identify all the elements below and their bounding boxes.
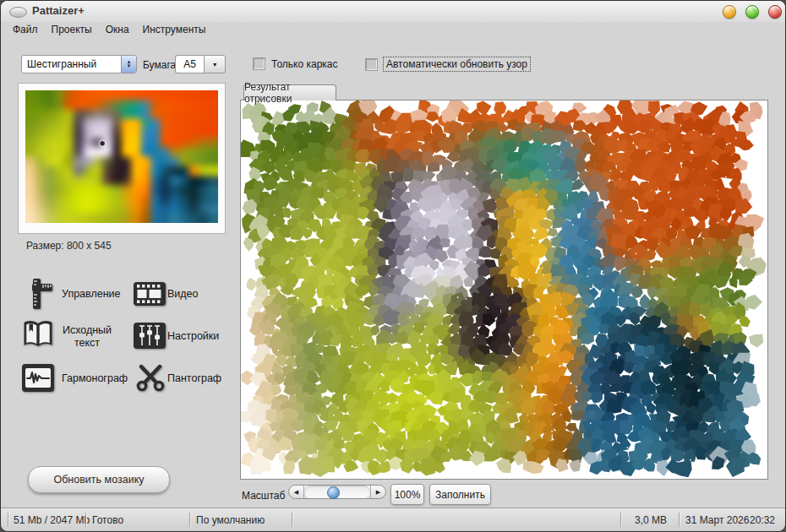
status-memory: 51 Mb / 2047 Mb xyxy=(14,514,90,526)
window-title: Pattaizer+ xyxy=(32,4,85,17)
film-icon xyxy=(134,282,166,306)
sliders-icon xyxy=(134,323,166,349)
tool-control-label[interactable]: Управление xyxy=(62,288,121,300)
tool-pantograph-label[interactable]: Пантограф xyxy=(167,372,221,384)
update-mosaic-button[interactable]: Обновить мозаику xyxy=(28,466,170,493)
menu-item-tools[interactable]: Инструменты xyxy=(136,22,213,38)
autoupdate-checkbox-label[interactable]: Автоматически обновить узор xyxy=(384,57,530,71)
source-size-label: Размер: 800 x 545 xyxy=(26,240,112,252)
autoupdate-checkbox-row: Автоматически обновить узор xyxy=(365,57,530,71)
zoom-100-button[interactable]: 100% xyxy=(390,484,424,505)
paper-label: Бумага xyxy=(143,59,176,71)
slider-thumb[interactable] xyxy=(327,486,340,499)
scale-slider[interactable]: ◀ ▶ xyxy=(288,485,386,499)
chevron-down-icon: ▼ xyxy=(212,62,218,68)
tool-settings-label[interactable]: Настройки xyxy=(167,330,219,342)
maximize-button[interactable] xyxy=(745,5,759,19)
paper-select-value: A5 xyxy=(175,55,204,73)
autoupdate-checkbox[interactable] xyxy=(365,58,378,71)
ruler-icon xyxy=(21,278,53,310)
status-file-size: 3,0 MB xyxy=(635,514,667,526)
status-time: 20:32 xyxy=(750,514,775,526)
paper-select[interactable]: A5 ▼ xyxy=(175,55,226,73)
menubar: Файл Проекты Окна Инструменты xyxy=(6,22,212,38)
paper-dropdown-button[interactable]: ▼ xyxy=(204,55,226,73)
app-window: Pattaizer+ Файл Проекты Окна Инструменты… xyxy=(0,0,786,532)
tab-result[interactable]: Результат отрисовки xyxy=(243,84,336,100)
mosaic-canvas xyxy=(241,100,767,479)
slider-left-arrow[interactable]: ◀ xyxy=(289,486,304,498)
wireframe-checkbox[interactable] xyxy=(253,57,265,70)
stepper-down-icon: ▼ xyxy=(127,64,132,68)
pattern-select[interactable]: Шестигранный ▲ ▼ xyxy=(21,55,137,73)
menu-item-file[interactable]: Файл xyxy=(6,22,45,38)
pattern-select-value: Шестигранный xyxy=(22,58,121,70)
waveform-icon xyxy=(22,364,54,392)
menu-item-projects[interactable]: Проекты xyxy=(45,22,99,38)
tool-harmonograph-label[interactable]: Гармонограф xyxy=(62,372,128,384)
source-image xyxy=(25,90,218,223)
window-controls xyxy=(723,5,782,19)
slider-track[interactable] xyxy=(304,486,370,498)
titlebar: Pattaizer+ xyxy=(1,1,785,22)
tool-harmonograph-button[interactable] xyxy=(22,364,54,395)
app-logo-icon xyxy=(9,7,27,18)
wireframe-checkbox-row: Только каркас xyxy=(253,57,338,70)
tool-source-text-button[interactable] xyxy=(22,319,54,353)
status-profile: По умолчанию xyxy=(196,514,265,526)
stepper-buttons[interactable]: ▲ ▼ xyxy=(121,56,136,73)
fill-button[interactable]: Заполнить xyxy=(429,484,491,505)
wireframe-checkbox-label[interactable]: Только каркас xyxy=(271,58,338,70)
scissors-icon xyxy=(134,363,166,392)
statusbar: 51 Mb / 2047 Mb Готово По умолчанию 3,0 … xyxy=(1,508,785,531)
close-button[interactable] xyxy=(768,5,782,19)
status-ready: Готово xyxy=(92,514,123,526)
tool-video-label[interactable]: Видео xyxy=(167,288,199,300)
cursor-arrow xyxy=(718,175,735,192)
tool-pantograph-button[interactable] xyxy=(134,363,166,395)
tool-settings-button[interactable] xyxy=(134,323,166,352)
menu-item-windows[interactable]: Окна xyxy=(99,22,136,38)
status-date: 31 Март 2026 xyxy=(685,514,749,526)
tool-video-button[interactable] xyxy=(134,282,166,309)
book-icon xyxy=(22,319,54,350)
scale-label: Масштаб xyxy=(242,490,285,502)
minimize-button[interactable] xyxy=(723,5,736,19)
slider-right-arrow[interactable]: ▶ xyxy=(370,486,385,498)
tool-control-button[interactable] xyxy=(21,278,53,313)
tool-source-text-label[interactable]: Исходный текст xyxy=(55,324,119,350)
